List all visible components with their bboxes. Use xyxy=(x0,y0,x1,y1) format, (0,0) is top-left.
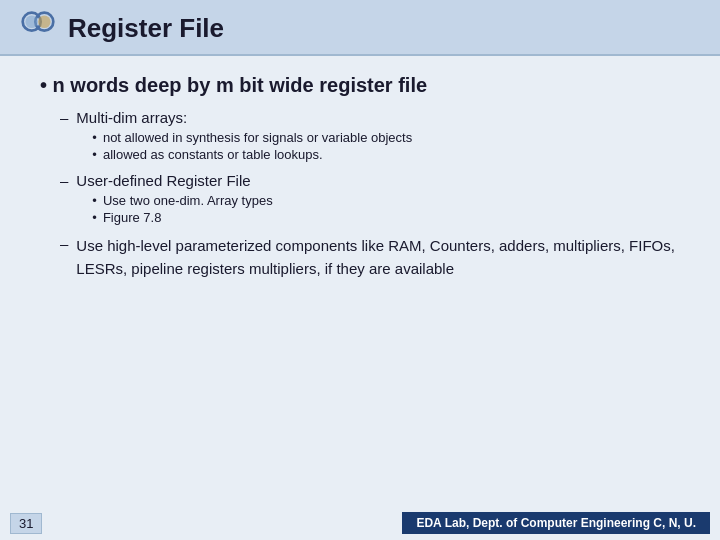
sub-item-1-label: Multi-dim arrays: xyxy=(76,109,412,126)
nested-item-2-2: Figure 7.8 xyxy=(92,210,272,225)
slide-header: Register File xyxy=(0,0,720,56)
nested-item-2-2-text: Figure 7.8 xyxy=(103,210,162,225)
sub-item-2-content: User-defined Register File Use two one-d… xyxy=(76,172,272,227)
sub-item-3-text: Use high-level parameterized components … xyxy=(76,235,680,280)
slide-content: • n words deep by m bit wide register fi… xyxy=(0,56,720,508)
sub-item-2-label: User-defined Register File xyxy=(76,172,272,189)
svg-point-2 xyxy=(25,15,38,28)
circles-icon xyxy=(20,10,56,46)
nested-item-1-2-text: allowed as constants or table lookups. xyxy=(103,147,323,162)
sub-items-list: Multi-dim arrays: not allowed in synthes… xyxy=(40,109,680,280)
svg-point-3 xyxy=(38,15,51,28)
nested-list-2: Use two one-dim. Array types Figure 7.8 xyxy=(76,193,272,227)
nested-item-2-1: Use two one-dim. Array types xyxy=(92,193,272,208)
slide-container: Register File • n words deep by m bit wi… xyxy=(0,0,720,540)
slide-title: Register File xyxy=(68,13,224,44)
header-icon xyxy=(20,10,56,46)
nested-list-1: not allowed in synthesis for signals or … xyxy=(76,130,412,164)
footer-logo: EDA Lab, Dept. of Computer Engineering C… xyxy=(402,512,710,534)
sub-item-1-content: Multi-dim arrays: not allowed in synthes… xyxy=(76,109,412,164)
nested-item-2-1-text: Use two one-dim. Array types xyxy=(103,193,273,208)
slide-footer: 31 EDA Lab, Dept. of Computer Engineerin… xyxy=(0,508,720,540)
nested-item-1-2: allowed as constants or table lookups. xyxy=(92,147,412,162)
page-number: 31 xyxy=(10,513,42,534)
sub-item-2: User-defined Register File Use two one-d… xyxy=(60,172,680,227)
main-bullet: • n words deep by m bit wide register fi… xyxy=(40,74,680,97)
nested-item-1-1: not allowed in synthesis for signals or … xyxy=(92,130,412,145)
sub-item-3: Use high-level parameterized components … xyxy=(60,235,680,280)
sub-item-1: Multi-dim arrays: not allowed in synthes… xyxy=(60,109,680,164)
nested-item-1-1-text: not allowed in synthesis for signals or … xyxy=(103,130,412,145)
main-bullet-text: n words deep by m bit wide register file xyxy=(53,74,428,96)
